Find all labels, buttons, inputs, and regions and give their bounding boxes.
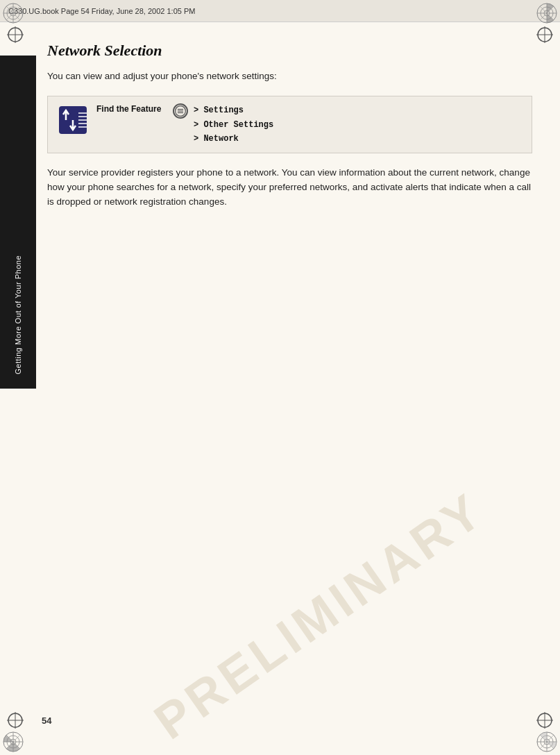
- body-text: Your service provider registers your pho…: [47, 166, 532, 210]
- menu-path-line2: > Other Settings: [194, 118, 273, 132]
- section-title: Network Selection: [47, 42, 532, 60]
- corner-mark-tl: [1, 1, 25, 25]
- sidebar-tab: Getting More Out of Your Phone: [0, 56, 36, 389]
- menu-path-line3: > Network: [194, 132, 273, 146]
- find-feature-label: Find the Feature: [96, 103, 173, 114]
- find-feature-path: > Settings > Other Settings > Network: [194, 103, 273, 146]
- corner-mark-bl: [1, 730, 25, 754]
- find-feature-details: Find the Feature: [96, 103, 522, 146]
- reg-mark-bl: [6, 711, 25, 730]
- menu-button-icon: [173, 103, 188, 119]
- corner-mark-br: [535, 730, 559, 754]
- find-feature-row: Find the Feature: [96, 103, 522, 146]
- find-feature-box: Find the Feature: [47, 96, 532, 153]
- sidebar-tab-label: Getting More Out of Your Phone: [14, 255, 22, 375]
- main-content: Network Selection You can view and adjus…: [47, 35, 532, 713]
- find-feature-arrows-icon: [58, 105, 88, 135]
- menu-path-line1: > Settings: [194, 103, 273, 117]
- page-number: 54: [42, 715, 51, 726]
- top-bar: C330.UG.book Page 54 Friday, June 28, 20…: [0, 0, 560, 22]
- intro-text: You can view and adjust your phone's net…: [47, 69, 532, 83]
- page: C330.UG.book Page 54 Friday, June 28, 20…: [0, 0, 560, 755]
- reg-mark-tr: [535, 25, 554, 44]
- corner-mark-tr: [535, 1, 559, 25]
- reg-mark-br: [535, 711, 554, 730]
- top-bar-text: C330.UG.book Page 54 Friday, June 28, 20…: [8, 7, 195, 15]
- find-feature-content: > Settings > Other Settings > Network: [173, 103, 522, 146]
- reg-mark-tl: [6, 25, 25, 44]
